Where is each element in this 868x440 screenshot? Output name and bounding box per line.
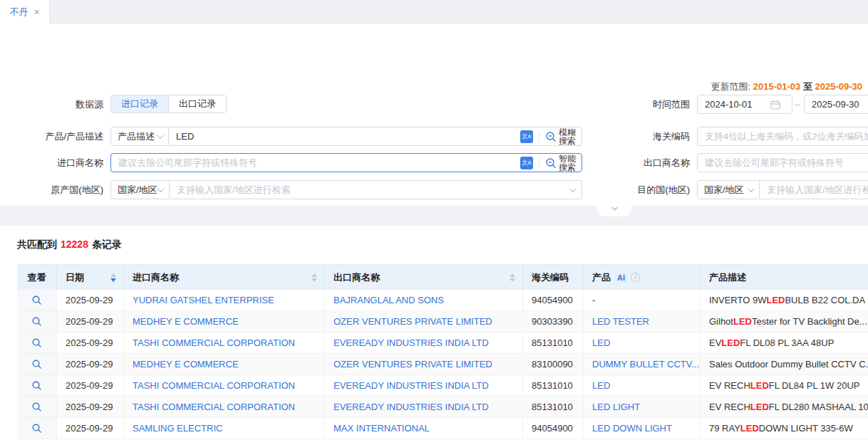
preview-search-icon[interactable] <box>31 380 42 391</box>
importer-link[interactable]: SAMLING ELECTRIC <box>124 418 325 439</box>
tab-bhutan[interactable]: 不丹 × <box>0 0 50 23</box>
sort-importer-control[interactable] <box>311 273 317 282</box>
exporter-link[interactable]: OZER VENTURES PRIVATE LIMITED <box>325 354 523 374</box>
product-cell[interactable]: LED LIGHT <box>584 397 701 417</box>
origin-select-value: 国家/地区 <box>118 184 157 197</box>
importer-link[interactable]: TASHI COMMERCIAL CORPORATION <box>124 375 325 396</box>
table-row: 2025-09-29TASHI COMMERCIAL CORPORATIONEV… <box>17 397 868 418</box>
importer-link[interactable]: TASHI COMMERCIAL CORPORATION <box>124 332 325 353</box>
translate-icon[interactable]: 文A <box>520 130 533 143</box>
destination-input[interactable] <box>760 184 868 195</box>
product-cell[interactable]: LED TESTER <box>584 311 701 332</box>
update-range-label: 更新范围: <box>711 81 751 92</box>
toggle-export-records[interactable]: 出口记录 <box>168 95 226 112</box>
toggle-import-records[interactable]: 进口记录 <box>111 95 168 112</box>
panel-gap <box>0 206 868 226</box>
collapse-filters-button[interactable] <box>597 206 631 216</box>
hs-code-label: 海关编码 <box>563 127 690 146</box>
description-text: FL DL08 PL 3AA 48UP <box>740 337 834 348</box>
results-count: 12228 <box>61 239 88 250</box>
exporter-link[interactable]: MAX INTERNATIONAL <box>325 418 523 439</box>
description-text: BULB B22 COL.DA ... <box>785 295 868 305</box>
description-text: EV RECH <box>709 380 750 391</box>
date-end-picker[interactable] <box>804 95 868 114</box>
view-cell[interactable] <box>17 290 57 310</box>
description-cell: Gilhot LED Tester for TV Backlight De... <box>701 311 868 332</box>
chevron-down-icon <box>611 204 617 210</box>
origin-input[interactable] <box>170 184 569 195</box>
update-range-end: 2025-09-30 <box>815 81 863 92</box>
importer-link[interactable]: MEDHEY E COMMERCE <box>124 311 325 332</box>
exporter-link[interactable]: EVEREADY INDUSTRIES INDIA LTD <box>325 332 523 353</box>
date-start-input[interactable] <box>705 99 768 110</box>
description-text: Tester for TV Backlight De... <box>752 316 867 327</box>
product-cell[interactable]: DUMMY BULLET CCTV... <box>584 354 701 374</box>
description-text: Gilhot <box>709 316 733 327</box>
view-cell[interactable] <box>17 375 57 396</box>
product-cell[interactable]: LED DOWN LIGHT <box>584 418 701 439</box>
date-end-input[interactable] <box>812 99 868 110</box>
update-range-to: 至 <box>803 81 812 92</box>
importer-label: 进口商名称 <box>0 153 103 172</box>
preview-search-icon[interactable] <box>31 337 42 348</box>
summary-prefix: 共匹配到 <box>17 239 57 250</box>
table-header: 查看 日期 进口商名称 出口商名称 海关编码 产品 AI i <box>17 264 868 290</box>
results-panel: 共匹配到12228条记录 查看 日期 进口商名称 出口商名称 海关编码 <box>0 226 868 440</box>
date-cell: 2025-09-29 <box>57 397 124 417</box>
hs-code-input[interactable] <box>698 131 868 142</box>
view-cell[interactable] <box>17 418 57 439</box>
view-cell[interactable] <box>17 354 57 374</box>
translate-icon[interactable]: 文A <box>520 157 533 169</box>
view-cell[interactable] <box>17 311 57 332</box>
col-hs-code: 海关编码 <box>523 265 584 290</box>
hs-code-cell: 94054900 <box>523 418 584 439</box>
preview-search-icon[interactable] <box>31 295 42 305</box>
date-start-picker[interactable] <box>697 95 792 114</box>
calendar-icon[interactable] <box>770 100 780 110</box>
table-row: 2025-09-29TASHI COMMERCIAL CORPORATIONEV… <box>17 375 868 397</box>
divider <box>539 157 539 169</box>
importer-link[interactable]: TASHI COMMERCIAL CORPORATION <box>124 397 325 417</box>
origin-type-select[interactable]: 国家/地区 <box>110 180 170 199</box>
description-cell: EV RECH LED FL DL280 MASHAAL 10... <box>701 397 868 417</box>
exporter-input[interactable] <box>698 157 868 168</box>
product-cell[interactable]: LED <box>584 375 701 396</box>
exporter-link[interactable]: BAJRANGLAL AND SONS <box>325 290 523 310</box>
sort-exporter-control[interactable] <box>510 273 515 282</box>
data-source-label: 数据源 <box>0 95 103 114</box>
date-range-separator: – <box>792 95 802 114</box>
date-cell: 2025-09-29 <box>57 418 124 439</box>
view-cell[interactable] <box>17 397 57 417</box>
info-icon[interactable]: i <box>631 273 640 282</box>
keyword-highlight: LED <box>766 295 785 305</box>
product-field-select[interactable]: 产品描述 <box>110 127 169 146</box>
preview-search-icon[interactable] <box>31 402 42 412</box>
importer-link[interactable]: YUDRAI GATSHEL ENTERPRISE <box>124 290 325 310</box>
product-search-input[interactable] <box>169 131 520 142</box>
destination-label: 目的国(地区) <box>563 180 690 199</box>
exporter-link[interactable]: EVEREADY INDUSTRIES INDIA LTD <box>325 397 523 417</box>
product-cell[interactable]: LED <box>584 332 701 353</box>
preview-search-icon[interactable] <box>31 359 42 370</box>
preview-search-icon[interactable] <box>31 423 42 434</box>
exporter-link[interactable]: OZER VENTURES PRIVATE LIMITED <box>325 311 523 332</box>
view-cell[interactable] <box>17 332 57 353</box>
preview-search-icon[interactable] <box>31 316 42 327</box>
exporter-link[interactable]: EVEREADY INDUSTRIES INDIA LTD <box>325 375 523 396</box>
destination-type-select[interactable]: 国家/地区 <box>697 180 760 199</box>
col-description: 产品描述 <box>701 265 868 290</box>
description-cell: 79 RAY LED DOWN LIGHT 335-6W <box>701 418 868 439</box>
tab-close-icon[interactable]: × <box>33 7 39 17</box>
col-product-label: 产品 <box>592 271 611 284</box>
sort-date-control[interactable] <box>110 273 116 282</box>
col-view: 查看 <box>17 265 57 290</box>
chevron-down-icon <box>157 185 165 192</box>
importer-input[interactable] <box>111 157 520 168</box>
date-cell: 2025-09-29 <box>57 311 124 332</box>
col-importer-label: 进口商名称 <box>133 271 179 284</box>
date-cell: 2025-09-29 <box>57 375 124 396</box>
keyword-highlight: LED <box>721 337 740 348</box>
col-importer: 进口商名称 <box>124 265 325 290</box>
product-cell: - <box>584 290 701 310</box>
importer-link[interactable]: MEDHEY E COMMERCE <box>124 354 325 374</box>
